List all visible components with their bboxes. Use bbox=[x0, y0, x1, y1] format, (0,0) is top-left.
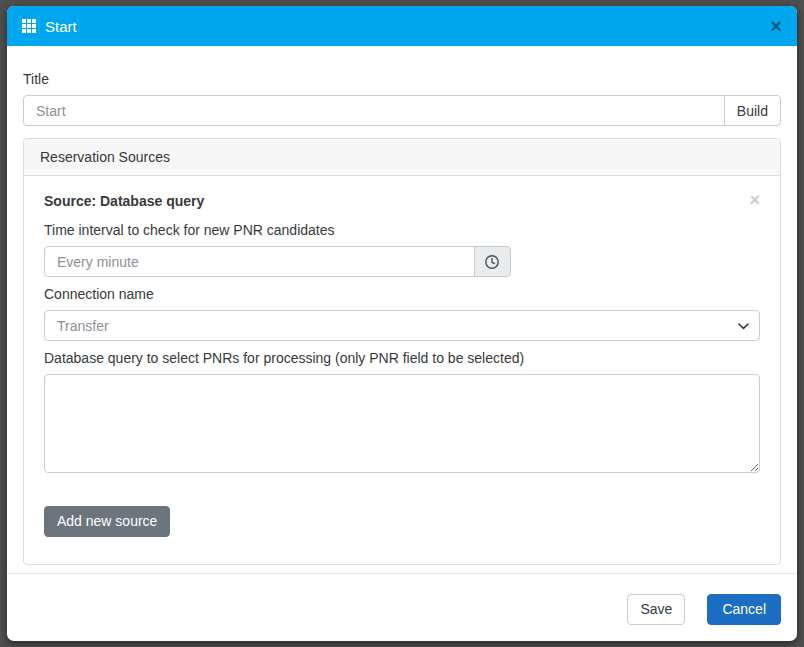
connection-select[interactable]: Transfer bbox=[44, 310, 760, 341]
source-heading: Source: Database query bbox=[44, 193, 204, 209]
dialog-title: Start bbox=[45, 18, 77, 35]
title-label: Title bbox=[23, 71, 781, 87]
save-button[interactable]: Save bbox=[627, 594, 685, 625]
dialog-header: Start × bbox=[7, 6, 797, 46]
query-label: Database query to select PNRs for proces… bbox=[44, 350, 760, 366]
interval-label: Time interval to check for new PNR candi… bbox=[44, 222, 760, 238]
interval-input[interactable] bbox=[44, 246, 475, 277]
title-input-group: Build bbox=[23, 95, 781, 126]
reservation-sources-panel: Reservation Sources Source: Database que… bbox=[23, 138, 781, 565]
connection-select-wrap: Transfer bbox=[44, 310, 760, 341]
interval-input-group bbox=[44, 246, 511, 277]
query-textarea[interactable] bbox=[44, 374, 760, 473]
clock-icon[interactable] bbox=[474, 246, 511, 277]
cancel-button[interactable]: Cancel bbox=[707, 594, 781, 625]
grid-icon bbox=[22, 19, 36, 33]
build-button[interactable]: Build bbox=[724, 95, 781, 126]
close-icon[interactable]: × bbox=[770, 16, 782, 36]
connection-label: Connection name bbox=[44, 286, 760, 302]
panel-body: Source: Database query × Time interval t… bbox=[24, 176, 780, 564]
dialog-footer: Save Cancel bbox=[7, 573, 797, 641]
panel-header: Reservation Sources bbox=[24, 139, 780, 176]
dialog-body: Title Build Reservation Sources Source: … bbox=[7, 46, 797, 573]
remove-source-icon[interactable]: × bbox=[749, 193, 760, 207]
start-node-dialog: Start × Title Build Reservation Sources … bbox=[7, 6, 797, 641]
source-header: Source: Database query × bbox=[44, 193, 760, 209]
title-input[interactable] bbox=[23, 95, 725, 126]
add-new-source-button[interactable]: Add new source bbox=[44, 506, 170, 537]
